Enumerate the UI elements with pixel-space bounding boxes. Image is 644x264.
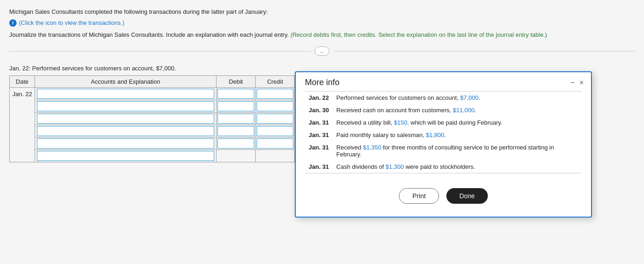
main-description: Michigan Sales Consultants completed the…	[9, 8, 268, 15]
close-button[interactable]: ×	[580, 79, 584, 86]
minimize-button[interactable]: −	[570, 79, 574, 86]
debit-input-5[interactable]	[217, 138, 254, 149]
debit-input-1[interactable]	[217, 89, 254, 99]
table-row	[10, 150, 295, 162]
amount-highlight: $11,000	[453, 107, 474, 114]
transaction-description: Received a utility bill, $150, which wil…	[333, 116, 582, 129]
account-input-6[interactable]	[37, 151, 214, 161]
instruction-green-text: (Record debits first, then credits. Sele…	[290, 31, 547, 38]
table-row	[10, 100, 295, 113]
transactions-table: Jan. 22Performed services for customers …	[305, 91, 582, 170]
transaction-date: Jan. 31	[305, 141, 333, 161]
transaction-label: Jan. 22: Performed services for customer…	[9, 65, 295, 72]
transaction-date: Jan. 31	[305, 161, 333, 170]
credit-input-1[interactable]	[257, 89, 293, 99]
divider-line-left	[9, 51, 311, 52]
credit-input-cell-3	[256, 113, 295, 125]
transaction-row: Jan. 31Paid monthly salary to salesman, …	[305, 129, 582, 141]
transaction-row: Jan. 31Cash dividends of $1,300 were pai…	[305, 161, 582, 170]
account-input-cell-6	[35, 150, 217, 162]
amount-highlight: $1,300	[386, 163, 404, 170]
account-input-2[interactable]	[37, 101, 214, 111]
header-date: Date	[10, 76, 35, 88]
journal-table: Date Accounts and Explanation Debit Cred…	[9, 75, 295, 162]
transaction-date: Jan. 30	[305, 104, 333, 116]
debit-input-cell-4	[217, 125, 256, 138]
debit-input-cell-5	[217, 138, 256, 150]
account-input-3[interactable]	[37, 114, 214, 124]
transaction-description: Performed services for customers on acco…	[333, 92, 582, 104]
header-accounts: Accounts and Explanation	[35, 76, 217, 88]
credit-input-5[interactable]	[257, 138, 293, 149]
amount-highlight: $1,800	[426, 132, 444, 138]
transaction-date: Jan. 31	[305, 116, 333, 129]
account-input-cell-3	[35, 113, 217, 125]
header-debit: Debit	[217, 76, 256, 88]
modal-controls: − ×	[570, 79, 584, 86]
credit-input-cell-6	[256, 150, 295, 162]
table-row: Jan. 22	[10, 88, 295, 100]
transaction-row: Jan. 30Received cash on account from cus…	[305, 104, 582, 116]
debit-input-cell-1	[217, 88, 256, 100]
amount-highlight: $1,350	[363, 144, 381, 151]
transaction-date: Jan. 22	[305, 92, 333, 104]
amount-highlight: $150,	[394, 119, 409, 126]
debit-input-cell-6	[217, 150, 256, 162]
account-input-cell-4	[35, 125, 217, 138]
transaction-description: Received cash on account from customers,…	[333, 104, 582, 116]
credit-input-cell-5	[256, 138, 295, 150]
account-input-cell-5	[35, 138, 217, 150]
account-input-4[interactable]	[37, 126, 214, 136]
transaction-description: Received $1,350 for three months of cons…	[333, 141, 582, 161]
amount-highlight: $7,000	[460, 94, 479, 101]
debit-input-cell-2	[217, 100, 256, 113]
date-cell: Jan. 22	[10, 88, 35, 162]
more-info-modal: More info − × Jan. 22Performed services …	[295, 71, 592, 170]
account-input-5[interactable]	[37, 138, 214, 149]
info-link-text[interactable]: (Click the icon to view the transactions…	[19, 19, 124, 26]
account-input-1[interactable]	[37, 89, 214, 99]
table-row	[10, 125, 295, 138]
table-row	[10, 138, 295, 150]
left-panel: Jan. 22: Performed services for customer…	[9, 65, 295, 162]
transaction-description: Cash dividends of $1,300 were paid to st…	[333, 161, 582, 170]
credit-input-3[interactable]	[257, 114, 293, 124]
credit-input-cell-2	[256, 100, 295, 113]
transaction-row: Jan. 22Performed services for customers …	[305, 92, 582, 104]
account-input-cell-1	[35, 88, 217, 100]
transaction-row: Jan. 31Received $1,350 for three months …	[305, 141, 582, 161]
divider-line-right	[333, 51, 635, 52]
instruction-text: Journalize the transactions of Michigan …	[9, 31, 289, 38]
table-row	[10, 113, 295, 125]
transaction-row: Jan. 31Received a utility bill, $150, wh…	[305, 116, 582, 129]
divider-button[interactable]: ...	[315, 46, 329, 56]
info-icon[interactable]: i	[9, 19, 17, 27]
credit-input-2[interactable]	[257, 101, 293, 111]
credit-input-cell-4	[256, 125, 295, 138]
header-credit: Credit	[256, 76, 295, 88]
credit-input-4[interactable]	[257, 126, 293, 136]
account-input-cell-2	[35, 100, 217, 113]
transaction-date: Jan. 31	[305, 129, 333, 141]
debit-input-cell-3	[217, 113, 256, 125]
debit-input-3[interactable]	[217, 114, 254, 124]
debit-input-2[interactable]	[217, 101, 254, 111]
modal-title: More info	[305, 78, 340, 87]
transaction-description: Paid monthly salary to salesman, $1,800.	[333, 129, 582, 141]
modal-content: Jan. 22Performed services for customers …	[296, 91, 591, 170]
credit-input-cell-1	[256, 88, 295, 100]
modal-header: More info − ×	[296, 72, 591, 91]
debit-input-4[interactable]	[217, 126, 254, 136]
